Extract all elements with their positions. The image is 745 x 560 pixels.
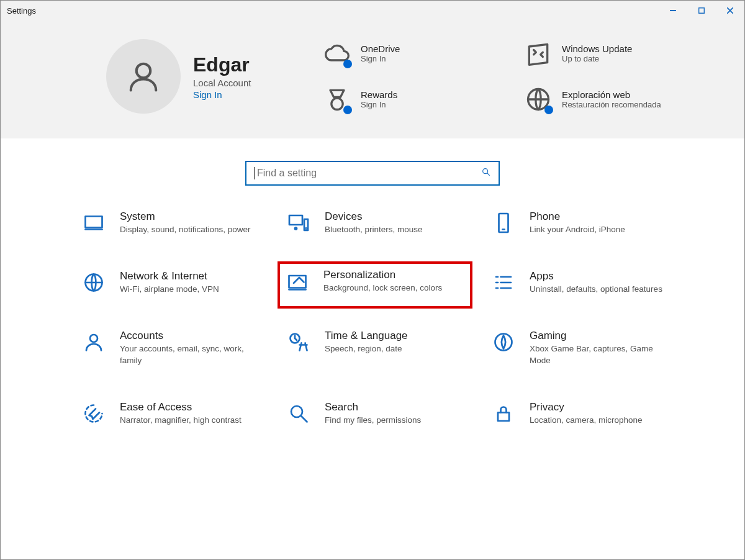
ease-of-access-icon bbox=[81, 401, 106, 426]
status-sub: Sign In bbox=[361, 54, 400, 63]
account-name: Edgar bbox=[193, 53, 251, 76]
tile-apps[interactable]: Apps Uninstall, defaults, optional featu… bbox=[491, 270, 684, 295]
rewards-icon bbox=[323, 86, 351, 113]
tile-sub: Uninstall, defaults, optional features bbox=[530, 284, 662, 295]
tile-title: Phone bbox=[530, 210, 625, 223]
tile-title: Ease of Access bbox=[120, 401, 242, 413]
privacy-icon bbox=[491, 401, 516, 426]
tile-sub: Display, sound, notifications, power bbox=[120, 224, 251, 235]
status-windows-update[interactable]: Windows Update Up to date bbox=[525, 40, 720, 67]
close-button[interactable] bbox=[716, 1, 744, 20]
sync-icon bbox=[525, 40, 552, 67]
accounts-icon bbox=[81, 330, 106, 355]
tile-title: Network & Internet bbox=[120, 270, 219, 282]
status-onedrive[interactable]: OneDrive Sign In bbox=[323, 40, 518, 67]
tile-sub: Bluetooth, printers, mouse bbox=[325, 224, 423, 235]
tile-sub: Your accounts, email, sync, work, family bbox=[120, 343, 256, 366]
tile-title: Gaming bbox=[530, 330, 666, 342]
tile-sub: Speech, region, date bbox=[325, 343, 408, 355]
settings-grid: System Display, sound, notifications, po… bbox=[1, 210, 744, 426]
tile-title: System bbox=[120, 210, 251, 223]
tile-sub: Find my files, permissions bbox=[325, 415, 421, 426]
tile-search[interactable]: Search Find my files, permissions bbox=[286, 401, 479, 426]
tile-title: Search bbox=[325, 401, 421, 413]
devices-icon bbox=[286, 210, 311, 235]
minimize-button[interactable] bbox=[659, 1, 687, 20]
tile-sub: Background, lock screen, colors bbox=[323, 282, 442, 294]
tile-accounts[interactable]: Accounts Your accounts, email, sync, wor… bbox=[81, 330, 274, 366]
status-sub: Sign In bbox=[361, 100, 397, 109]
tile-phone[interactable]: Phone Link your Android, iPhone bbox=[491, 210, 684, 235]
tile-sub: Wi-Fi, airplane mode, VPN bbox=[120, 284, 219, 295]
svg-point-29 bbox=[291, 406, 302, 417]
tile-title: Personalization bbox=[323, 269, 442, 281]
svg-rect-11 bbox=[289, 215, 302, 225]
tile-personalization[interactable]: Personalization Background, lock screen,… bbox=[279, 263, 471, 307]
search-icon bbox=[481, 167, 491, 179]
status-rewards[interactable]: Rewards Sign In bbox=[323, 86, 518, 113]
avatar[interactable] bbox=[106, 39, 181, 114]
status-sub: Up to date bbox=[562, 54, 632, 63]
status-web-browsing[interactable]: Exploración web Restauración recomendada bbox=[525, 86, 720, 113]
svg-point-4 bbox=[137, 64, 151, 78]
tile-title: Privacy bbox=[530, 401, 643, 413]
account-header: Edgar Local Account Sign In OneDrive Sig… bbox=[1, 20, 744, 138]
apps-icon bbox=[491, 270, 516, 295]
account-signin-link[interactable]: Sign In bbox=[193, 89, 251, 100]
status-sub: Restauración recomendada bbox=[562, 100, 661, 109]
tile-title: Time & Language bbox=[325, 330, 408, 342]
tile-sub: Xbox Game Bar, captures, Game Mode bbox=[530, 343, 666, 366]
tile-title: Devices bbox=[325, 210, 423, 223]
tile-time-language[interactable]: Time & Language Speech, region, date bbox=[286, 330, 479, 366]
search-input[interactable] bbox=[256, 167, 481, 179]
tile-gaming[interactable]: Gaming Xbox Game Bar, captures, Game Mod… bbox=[491, 330, 684, 366]
cloud-icon bbox=[323, 40, 351, 67]
tile-ease-of-access[interactable]: Ease of Access Narrator, magnifier, high… bbox=[81, 401, 274, 426]
svg-point-13 bbox=[295, 228, 297, 230]
svg-line-8 bbox=[487, 173, 489, 175]
svg-rect-1 bbox=[699, 8, 705, 14]
tile-title: Apps bbox=[530, 270, 662, 282]
tile-sub: Narrator, magnifier, high contrast bbox=[120, 415, 242, 426]
window-title: Settings bbox=[7, 6, 36, 16]
tile-sub: Location, camera, microphone bbox=[530, 415, 643, 426]
status-title: Rewards bbox=[361, 89, 397, 100]
titlebar: Settings bbox=[1, 1, 744, 20]
svg-point-26 bbox=[90, 335, 97, 342]
svg-line-30 bbox=[302, 416, 307, 422]
gaming-icon bbox=[491, 330, 516, 355]
search-box[interactable] bbox=[245, 161, 500, 186]
status-title: Windows Update bbox=[562, 43, 632, 54]
time-language-icon bbox=[286, 330, 311, 355]
personalization-icon bbox=[285, 269, 310, 294]
network-icon bbox=[81, 270, 106, 295]
svg-point-7 bbox=[483, 169, 488, 174]
svg-point-5 bbox=[332, 98, 343, 109]
phone-icon bbox=[491, 210, 516, 235]
status-title: Exploración web bbox=[562, 89, 661, 100]
maximize-button[interactable] bbox=[687, 1, 716, 20]
tile-network[interactable]: Network & Internet Wi-Fi, airplane mode,… bbox=[81, 270, 274, 295]
system-icon bbox=[81, 210, 106, 235]
search-tile-icon bbox=[286, 401, 311, 426]
tile-privacy[interactable]: Privacy Location, camera, microphone bbox=[491, 401, 684, 426]
tile-title: Accounts bbox=[120, 330, 256, 342]
status-title: OneDrive bbox=[361, 43, 400, 54]
svg-point-14 bbox=[305, 228, 307, 229]
tile-system[interactable]: System Display, sound, notifications, po… bbox=[81, 210, 274, 235]
svg-rect-31 bbox=[498, 412, 509, 421]
tile-devices[interactable]: Devices Bluetooth, printers, mouse bbox=[286, 210, 479, 235]
globe-icon bbox=[525, 86, 552, 113]
account-type: Local Account bbox=[193, 78, 251, 88]
tile-sub: Link your Android, iPhone bbox=[530, 224, 625, 235]
svg-rect-9 bbox=[86, 217, 102, 228]
